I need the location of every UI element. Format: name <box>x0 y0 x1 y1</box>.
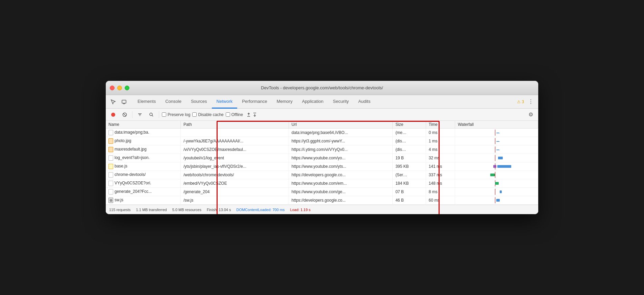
table-row[interactable]: ⚙sw.js/sw.jshttps://developers.google.co… <box>106 196 538 205</box>
network-table-wrap[interactable]: Name Path Url Size Time Waterfall data:i… <box>106 121 538 205</box>
cell-name: log_event?alt=json. <box>106 154 180 162</box>
cell-waterfall <box>455 154 538 162</box>
devtools-icons <box>108 97 129 107</box>
cell-url: https://developers.google.co... <box>289 171 393 179</box>
cell-url: https://www.youtube.com/yo... <box>289 154 393 162</box>
title-bar: DevTools - developers.google.com/web/too… <box>106 81 538 95</box>
cell-path: /web/tools/chrome-devtools/ <box>180 171 289 179</box>
col-header-path[interactable]: Path <box>180 121 289 129</box>
status-bar: 115 requests 1.1 MB transferred 5.0 MB r… <box>106 205 538 214</box>
tab-elements[interactable]: Elements <box>133 95 160 109</box>
finish-time: Finish: 13.04 s <box>207 208 231 212</box>
cell-name: base.js <box>106 162 180 171</box>
cell-path: /sw.js <box>180 196 289 205</box>
tab-security[interactable]: Security <box>328 95 353 109</box>
waterfall-bar <box>496 141 499 142</box>
device-toolbar-button[interactable] <box>119 97 129 107</box>
svg-point-2 <box>111 113 115 117</box>
toolbar-separator <box>132 111 132 118</box>
network-toolbar: Preserve log Disable cache Offline <box>106 109 538 121</box>
tab-memory[interactable]: Memory <box>272 95 297 109</box>
filter-button[interactable] <box>135 110 145 119</box>
cell-size: (me… <box>393 129 426 137</box>
cell-url: https://yt3.ggpht.com/-ywwY... <box>289 137 393 145</box>
warning-badge: ⚠ 3 <box>517 99 524 104</box>
warning-icon: ⚠ <box>517 99 521 104</box>
table-row[interactable]: generate_204?Fcc.../generate_204https://… <box>106 188 538 196</box>
settings-button[interactable]: ⚙ <box>526 110 536 119</box>
preserve-log-checkbox[interactable]: Preserve log <box>162 112 190 117</box>
table-row[interactable]: photo.jpg/-ywwYkaJ6E7g/AAAAAAAAAI/...htt… <box>106 137 538 145</box>
cell-waterfall <box>455 137 538 145</box>
domcontent-time: DOMContentLoaded: 700 ms <box>236 208 284 212</box>
cell-time: 148 ms <box>426 179 455 188</box>
cell-path: /yts/jsbin/player_ias-vfIVQDSr2/e... <box>180 162 289 171</box>
table-row[interactable]: log_event?alt=json./youtubei/v1/log_even… <box>106 154 538 162</box>
more-options-button[interactable]: ⋮ <box>526 97 536 107</box>
record-button[interactable] <box>108 110 118 119</box>
traffic-lights <box>110 86 129 90</box>
table-row[interactable]: VYyQv0CSZOE?ori./embed/VYyQv0CSZOEhttps:… <box>106 179 538 188</box>
cell-size: 46 B <box>393 196 426 205</box>
minimize-button[interactable] <box>117 86 122 90</box>
tab-bar-right: ⚠ 3 ⋮ <box>517 97 536 107</box>
table-row[interactable]: data:image/png;ba.data:image/png;base64,… <box>106 129 538 137</box>
table-row[interactable]: chrome-devtools//web/tools/chrome-devtoo… <box>106 171 538 179</box>
cell-waterfall <box>455 196 538 205</box>
col-header-size[interactable]: Size <box>393 121 426 129</box>
cell-path: /generate_204 <box>180 188 289 196</box>
close-button[interactable] <box>110 86 115 90</box>
cell-size: (dis… <box>393 137 426 145</box>
svg-line-4 <box>124 113 126 116</box>
waterfall-line <box>495 138 495 144</box>
cell-size: 184 KB <box>393 179 426 188</box>
cell-path: /embed/VYyQv0CSZOE <box>180 179 289 188</box>
offline-checkbox[interactable]: Offline <box>226 112 243 117</box>
waterfall-line <box>495 189 495 195</box>
col-header-waterfall[interactable]: Waterfall <box>455 121 538 129</box>
cell-name: chrome-devtools/ <box>106 171 180 179</box>
tab-console[interactable]: Console <box>160 95 186 109</box>
inspect-element-button[interactable] <box>108 97 118 107</box>
clear-button[interactable] <box>120 110 129 119</box>
cell-size: 07 B <box>393 188 426 196</box>
cell-waterfall <box>455 171 538 179</box>
cell-time: 141 ms <box>426 162 455 171</box>
tab-performance[interactable]: Performance <box>237 95 272 109</box>
tab-sources[interactable]: Sources <box>186 95 212 109</box>
waterfall-bar <box>497 165 511 168</box>
cell-waterfall <box>455 162 538 171</box>
cell-time: 337 ms <box>426 171 455 179</box>
cell-path <box>180 129 289 137</box>
file-icon <box>108 155 113 161</box>
waterfall-bar <box>496 199 499 202</box>
cell-time: 60 ms <box>426 196 455 205</box>
tab-audits[interactable]: Audits <box>353 95 375 109</box>
devtools-window: DevTools - developers.google.com/web/too… <box>106 81 538 214</box>
cell-path: /-ywwYkaJ6E7g/AAAAAAAAAI/... <box>180 137 289 145</box>
tab-application[interactable]: Application <box>297 95 328 109</box>
waterfall-bar <box>500 190 502 193</box>
network-table: Name Path Url Size Time Waterfall data:i… <box>106 121 538 205</box>
cell-path: /youtubei/v1/log_event <box>180 154 289 162</box>
cell-waterfall <box>455 145 538 154</box>
maximize-button[interactable] <box>125 86 129 90</box>
col-header-time[interactable]: Time <box>426 121 455 129</box>
search-button[interactable] <box>147 110 156 119</box>
col-header-url[interactable]: Url <box>289 121 393 129</box>
disable-cache-checkbox[interactable]: Disable cache <box>192 112 223 117</box>
waterfall-bar <box>493 165 496 168</box>
waterfall-bar <box>495 182 499 185</box>
col-header-name[interactable]: Name <box>106 121 180 129</box>
cell-size: 19 B <box>393 154 426 162</box>
waterfall-line <box>495 130 495 136</box>
cell-url: https://www.youtube.com/em... <box>289 179 393 188</box>
table-row[interactable]: base.js/yts/jsbin/player_ias-vfIVQDSr2/e… <box>106 162 538 171</box>
svg-line-9 <box>152 115 153 116</box>
tab-network[interactable]: Network <box>212 95 238 109</box>
file-icon <box>108 164 113 169</box>
requests-count: 115 requests <box>109 208 131 212</box>
devtools-panel: Elements Console Sources Network Perform… <box>106 95 538 214</box>
waterfall-line <box>495 197 495 203</box>
table-row[interactable]: maxresdefault.jpg/vi/VYyQv0CSZOE/maxresd… <box>106 145 538 154</box>
